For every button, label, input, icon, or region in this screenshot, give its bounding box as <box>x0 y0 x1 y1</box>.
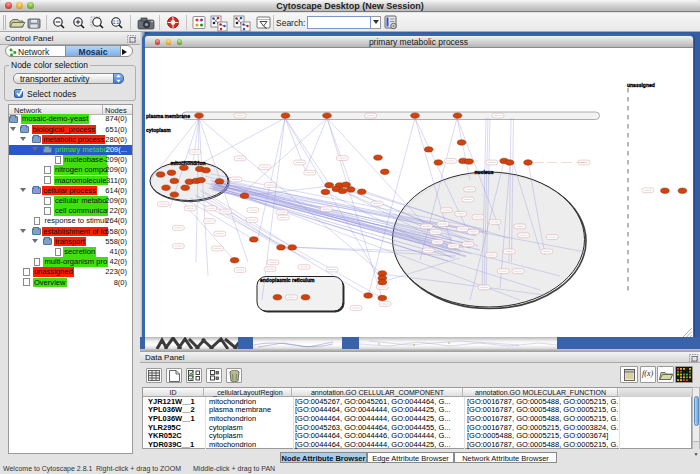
svg-text:cytoplasm: cytoplasm <box>146 127 171 133</box>
svg-text:plasma membrane: plasma membrane <box>146 113 190 119</box>
svg-text:mitochondrion: mitochondrion <box>171 160 206 166</box>
svg-text:unassigned: unassigned <box>627 82 655 88</box>
svg-text:endoplasmic reticulum: endoplasmic reticulum <box>260 277 315 283</box>
svg-text:nucleus: nucleus <box>475 169 494 175</box>
svg-text:1:1: 1:1 <box>113 20 120 25</box>
